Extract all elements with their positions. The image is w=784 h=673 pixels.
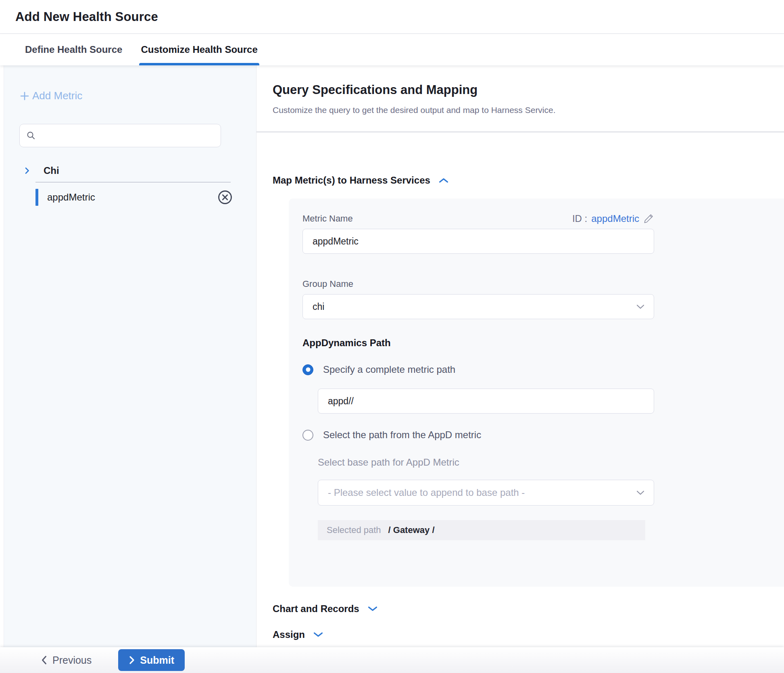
- metric-group-label: Chi: [44, 165, 59, 176]
- selected-path-box: Selected path / Gateway /: [318, 520, 645, 540]
- tab-define-label: Define Health Source: [25, 44, 122, 55]
- assign-section-toggle[interactable]: Assign: [273, 629, 784, 641]
- query-spec-panel: Query Specifications and Mapping Customi…: [256, 65, 784, 647]
- chart-and-records-section-toggle[interactable]: Chart and Records: [273, 603, 784, 615]
- radio-option-specify-path[interactable]: Specify a complete metric path: [302, 364, 784, 376]
- dialog-header: Add New Health Source: [0, 0, 784, 34]
- metric-item-label: appdMetric: [47, 192, 217, 203]
- group-divider: [35, 182, 231, 182]
- radio-selected-icon[interactable]: [302, 364, 313, 375]
- previous-button-label: Previous: [52, 654, 92, 666]
- assign-title: Assign: [273, 629, 305, 641]
- selected-path-label: Selected path: [327, 525, 381, 535]
- chevron-down-icon: [313, 631, 323, 638]
- circled-x-icon: [217, 189, 233, 205]
- group-name-select[interactable]: chi: [302, 294, 654, 319]
- metric-id-prefix: ID :: [572, 213, 587, 224]
- panel-title: Query Specifications and Mapping: [273, 82, 784, 98]
- dialog-footer: Previous Submit: [0, 647, 784, 673]
- complete-metric-path-input[interactable]: [318, 389, 654, 414]
- panel-divider: [256, 132, 784, 132]
- tab-customize-health-source[interactable]: Customize Health Source: [141, 34, 257, 65]
- map-metrics-section-toggle[interactable]: Map Metric(s) to Harness Services: [273, 174, 784, 186]
- tab-customize-label: Customize Health Source: [141, 44, 257, 55]
- panel-subtitle: Customize the query to get the desired o…: [273, 105, 784, 115]
- tab-bar: Define Health Source Customize Health So…: [0, 34, 784, 65]
- radio-option-select-path[interactable]: Select the path from the AppD metric: [302, 429, 784, 441]
- map-metrics-section-title: Map Metric(s) to Harness Services: [273, 174, 430, 186]
- metric-name-label: Metric Name: [302, 213, 353, 224]
- radio-unselected-icon[interactable]: [302, 430, 313, 441]
- appdynamics-path-title: AppDynamics Path: [302, 337, 784, 349]
- add-metric-label: Add Metric: [32, 90, 82, 102]
- chevron-right-icon: [129, 655, 135, 665]
- group-name-label: Group Name: [302, 279, 784, 289]
- metric-id-row: ID : appdMetric: [572, 213, 654, 224]
- add-metric-button[interactable]: Add Metric: [19, 90, 82, 102]
- metric-id-value[interactable]: appdMetric: [591, 213, 639, 224]
- base-path-label: Select base path for AppD Metric: [318, 456, 784, 468]
- base-path-placeholder: - Please select value to append to base …: [328, 487, 525, 498]
- previous-button[interactable]: Previous: [40, 654, 92, 666]
- metric-name-header-row: Metric Name ID : appdMetric: [302, 213, 654, 224]
- metrics-sidebar: Add Metric Chi appdMetric: [0, 65, 256, 647]
- chevron-down-icon: [636, 490, 645, 495]
- submit-button[interactable]: Submit: [118, 649, 185, 671]
- edit-pencil-icon[interactable]: [643, 213, 654, 224]
- radio-specify-label: Specify a complete metric path: [323, 364, 455, 375]
- group-name-value: chi: [313, 301, 324, 312]
- metric-search-input[interactable]: [41, 130, 221, 141]
- dialog-body: Add Metric Chi appdMetric: [0, 65, 784, 647]
- base-path-select[interactable]: - Please select value to append to base …: [318, 480, 654, 506]
- add-health-source-dialog: Add New Health Source Define Health Sour…: [0, 0, 784, 673]
- dialog-title: Add New Health Source: [15, 10, 158, 24]
- tab-define-health-source[interactable]: Define Health Source: [25, 34, 122, 65]
- chevron-right-icon: [23, 166, 31, 175]
- chevron-up-icon: [438, 177, 449, 184]
- chevron-down-icon: [367, 606, 378, 612]
- selected-path-value: / Gateway /: [388, 525, 435, 535]
- search-icon: [26, 131, 36, 140]
- delete-metric-button[interactable]: [217, 189, 233, 205]
- metric-list-item-selected[interactable]: appdMetric: [35, 185, 233, 210]
- metric-group-row[interactable]: Chi: [19, 162, 256, 180]
- plus-icon: [19, 91, 30, 101]
- chart-and-records-title: Chart and Records: [273, 603, 359, 615]
- selected-indicator-bar: [35, 189, 38, 206]
- metric-mapping-card: Metric Name ID : appdMetric Group Name c…: [289, 199, 784, 587]
- metric-search-box[interactable]: [19, 124, 221, 147]
- chevron-left-icon: [40, 655, 48, 665]
- metric-name-input[interactable]: [302, 229, 654, 254]
- submit-button-label: Submit: [140, 654, 174, 666]
- chevron-down-icon: [636, 304, 645, 309]
- radio-select-label: Select the path from the AppD metric: [323, 429, 481, 441]
